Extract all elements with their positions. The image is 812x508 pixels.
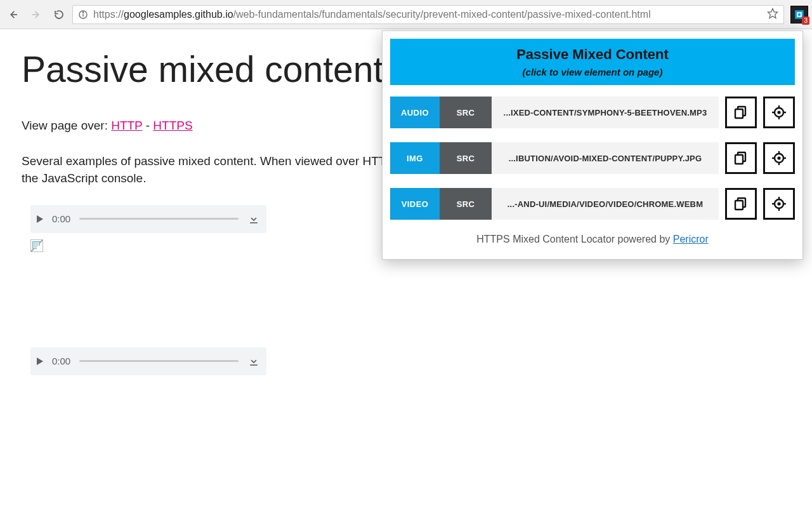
back-button[interactable] bbox=[4, 5, 23, 24]
locate-button[interactable] bbox=[763, 97, 795, 128]
video-player[interactable]: 0:00 bbox=[30, 347, 266, 375]
download-icon bbox=[247, 355, 260, 368]
audio-player[interactable]: 0:00 bbox=[30, 205, 266, 233]
footer-link[interactable]: Pericror bbox=[673, 234, 709, 244]
copy-button[interactable] bbox=[725, 142, 757, 174]
svg-point-6 bbox=[798, 13, 801, 16]
video-download-button[interactable] bbox=[247, 355, 260, 368]
star-icon bbox=[767, 8, 778, 19]
resource-path: ...-AND-UI/MEDIA/VIDEO/VIDEO/CHROME.WEBM bbox=[492, 188, 719, 220]
site-info-icon[interactable] bbox=[78, 10, 88, 20]
popup-title: Passive Mixed Content bbox=[396, 46, 789, 63]
locate-button[interactable] bbox=[763, 188, 795, 220]
mixed-content-row: AUDIOSRC...IXED-CONTENT/SYMPHONY-5-BEETH… bbox=[390, 97, 795, 128]
element-type-tag: VIDEO bbox=[390, 188, 440, 220]
https-link[interactable]: HTTPS bbox=[153, 119, 192, 132]
view-over-label: View page over: bbox=[22, 119, 111, 132]
target-icon bbox=[771, 150, 787, 166]
arrow-right-icon bbox=[30, 9, 42, 20]
copy-button[interactable] bbox=[725, 97, 757, 128]
url-path: /web-fundamentals/fundamentals/security/… bbox=[233, 9, 651, 20]
extension-button[interactable]: 3 bbox=[790, 6, 808, 23]
copy-icon bbox=[733, 105, 749, 120]
copy-button[interactable] bbox=[725, 188, 757, 220]
video-time: 0:00 bbox=[52, 356, 70, 366]
url-text: https://googlesamples.github.io/web-fund… bbox=[93, 9, 651, 20]
popup-subtitle: (click to view element on page) bbox=[396, 67, 789, 77]
target-icon bbox=[771, 105, 787, 120]
extension-badge: 3 bbox=[802, 17, 809, 25]
url-scheme: https:// bbox=[93, 9, 124, 20]
mixed-content-row: VIDEOSRC...-AND-UI/MEDIA/VIDEO/VIDEO/CHR… bbox=[390, 188, 795, 220]
video-track[interactable] bbox=[79, 360, 239, 362]
mixed-content-row: IMGSRC...IBUTION/AVOID-MIXED-CONTENT/PUP… bbox=[390, 142, 795, 174]
audio-track[interactable] bbox=[79, 218, 239, 220]
target-icon bbox=[771, 196, 787, 211]
play-icon[interactable] bbox=[37, 215, 43, 223]
row-pill[interactable]: IMGSRC...IBUTION/AVOID-MIXED-CONTENT/PUP… bbox=[390, 142, 719, 174]
audio-download-button[interactable] bbox=[247, 213, 260, 225]
attr-tag: SRC bbox=[440, 97, 492, 128]
row-pill[interactable]: AUDIOSRC...IXED-CONTENT/SYMPHONY-5-BEETH… bbox=[390, 97, 719, 128]
audio-time: 0:00 bbox=[52, 213, 70, 224]
footer-text: HTTPS Mixed Content Locator powered by bbox=[476, 234, 672, 244]
resource-path: ...IXED-CONTENT/SYMPHONY-5-BEETHOVEN.MP3 bbox=[492, 97, 719, 128]
broken-image-icon bbox=[30, 239, 43, 252]
forward-button[interactable] bbox=[27, 5, 46, 24]
svg-marker-3 bbox=[768, 8, 778, 18]
popup-footer: HTTPS Mixed Content Locator powered by P… bbox=[390, 230, 795, 251]
copy-icon bbox=[733, 196, 749, 211]
reload-icon bbox=[53, 9, 65, 20]
download-icon bbox=[247, 213, 260, 225]
popup-header: Passive Mixed Content (click to view ele… bbox=[390, 39, 795, 85]
bookmark-button[interactable] bbox=[767, 8, 778, 22]
locate-button[interactable] bbox=[763, 142, 795, 174]
browser-toolbar: https://googlesamples.github.io/web-fund… bbox=[0, 0, 812, 29]
element-type-tag: AUDIO bbox=[390, 97, 440, 128]
address-bar[interactable]: https://googlesamples.github.io/web-fund… bbox=[72, 5, 784, 24]
attr-tag: SRC bbox=[440, 188, 492, 220]
copy-icon bbox=[733, 150, 749, 166]
link-sep: - bbox=[142, 119, 153, 132]
play-icon[interactable] bbox=[37, 358, 43, 365]
arrow-left-icon bbox=[8, 9, 19, 20]
row-pill[interactable]: VIDEOSRC...-AND-UI/MEDIA/VIDEO/VIDEO/CHR… bbox=[390, 188, 719, 220]
resource-path: ...IBUTION/AVOID-MIXED-CONTENT/PUPPY.JPG bbox=[492, 142, 719, 174]
reload-button[interactable] bbox=[49, 5, 69, 24]
http-link[interactable]: HTTP bbox=[111, 119, 142, 132]
svg-rect-7 bbox=[250, 222, 258, 224]
extension-popup: Passive Mixed Content (click to view ele… bbox=[382, 30, 803, 260]
attr-tag: SRC bbox=[440, 142, 492, 174]
svg-point-2 bbox=[82, 12, 83, 13]
svg-rect-8 bbox=[250, 364, 258, 366]
url-host: googlesamples.github.io bbox=[124, 9, 233, 20]
element-type-tag: IMG bbox=[390, 142, 440, 174]
